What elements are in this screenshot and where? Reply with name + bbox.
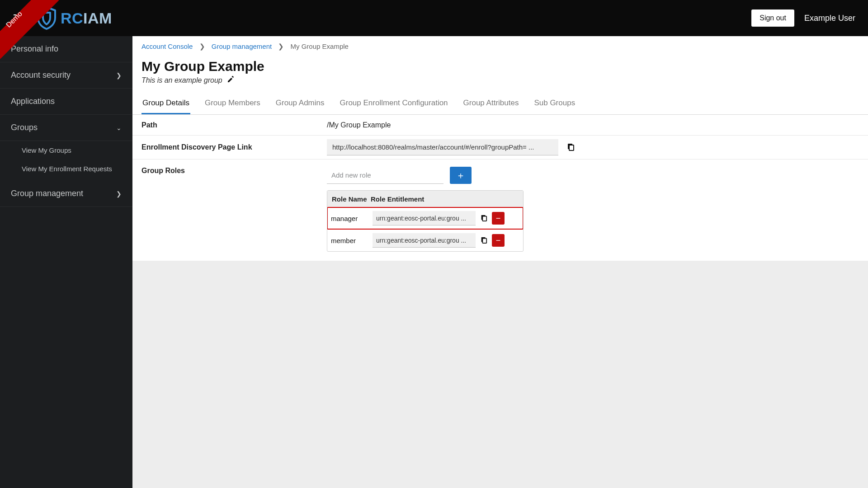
- tab-group-enrollment-config[interactable]: Group Enrollment Configuration: [339, 93, 449, 114]
- chevron-right-icon: ❯: [199, 42, 205, 50]
- sidebar-item-personal-info[interactable]: Personal info: [0, 36, 132, 62]
- chevron-right-icon: ❯: [116, 190, 122, 197]
- tab-sub-groups[interactable]: Sub Groups: [533, 93, 576, 114]
- role-name: member: [331, 237, 370, 244]
- copy-icon: [480, 237, 487, 244]
- remove-role-button[interactable]: −: [492, 234, 505, 247]
- role-name: manager: [331, 215, 370, 222]
- svg-rect-3: [482, 216, 486, 221]
- sidebar-item-group-management[interactable]: Group management ❯: [0, 181, 132, 207]
- sidebar-item-account-security[interactable]: Account security ❯: [0, 62, 132, 89]
- breadcrumb-group-management[interactable]: Group management: [212, 42, 272, 50]
- role-row: member−: [327, 229, 523, 251]
- path-label: Path: [142, 121, 327, 129]
- roles-col-name: Role Name: [332, 195, 371, 203]
- chevron-right-icon: ❯: [116, 72, 122, 79]
- svg-rect-1: [569, 145, 574, 150]
- tabs: Group Details Group Members Group Admins…: [132, 93, 868, 115]
- sidebar-item-groups[interactable]: Groups ⌄: [0, 115, 132, 141]
- minus-icon: −: [496, 214, 501, 222]
- copy-icon: [480, 215, 487, 222]
- copy-enrollment-link-button[interactable]: [565, 141, 576, 153]
- path-value: /My Group Example: [327, 121, 391, 129]
- menu-toggle-button[interactable]: [14, 14, 24, 22]
- roles-table: Role Name Role Entitlement manager−membe…: [327, 190, 524, 252]
- roles-col-entitlement: Role Entitlement: [371, 195, 519, 203]
- add-role-button[interactable]: ＋: [450, 167, 472, 184]
- shield-icon: [36, 6, 57, 30]
- brand-text: RCIAM: [61, 9, 112, 27]
- top-header: Demo RCIAM Sign out Example User: [0, 0, 868, 36]
- plus-icon: ＋: [456, 169, 465, 182]
- enrollment-link-label: Enrollment Discovery Page Link: [142, 143, 327, 151]
- copy-icon: [566, 143, 575, 151]
- tab-group-members[interactable]: Group Members: [204, 93, 261, 114]
- group-roles-label: Group Roles: [142, 167, 327, 175]
- tab-group-admins[interactable]: Group Admins: [275, 93, 326, 114]
- sidebar-sub-view-my-groups[interactable]: View My Groups: [0, 141, 132, 160]
- chevron-right-icon: ❯: [278, 42, 284, 50]
- remove-role-button[interactable]: −: [492, 212, 505, 225]
- sign-out-button[interactable]: Sign out: [751, 9, 794, 27]
- role-entitlement-input[interactable]: [373, 211, 476, 225]
- svg-rect-5: [482, 239, 486, 244]
- breadcrumb: Account Console ❯ Group management ❯ My …: [132, 36, 868, 54]
- group-details-panel: Path /My Group Example Enrollment Discov…: [132, 115, 868, 261]
- role-entitlement-input[interactable]: [373, 233, 476, 248]
- sidebar: Personal info Account security ❯ Applica…: [0, 36, 132, 488]
- tab-group-attributes[interactable]: Group Attributes: [462, 93, 520, 114]
- minus-icon: −: [496, 236, 501, 244]
- add-role-input[interactable]: [327, 167, 443, 184]
- page-description: This is an example group: [142, 76, 222, 84]
- page-title: My Group Example: [142, 59, 859, 74]
- breadcrumb-current: My Group Example: [291, 42, 349, 50]
- copy-role-entitlement-button[interactable]: [478, 235, 489, 246]
- breadcrumb-account-console[interactable]: Account Console: [142, 42, 193, 50]
- brand-logo[interactable]: RCIAM: [36, 6, 112, 30]
- enrollment-link-input[interactable]: [327, 139, 558, 155]
- tab-group-details[interactable]: Group Details: [142, 93, 190, 114]
- sidebar-sub-view-enrollment[interactable]: View My Enrollment Requests: [0, 160, 132, 181]
- chevron-down-icon: ⌄: [116, 124, 122, 131]
- sidebar-item-applications[interactable]: Applications: [0, 89, 132, 115]
- role-row: manager−: [327, 207, 523, 229]
- copy-role-entitlement-button[interactable]: [478, 213, 489, 224]
- edit-icon[interactable]: [227, 76, 234, 85]
- main-content: Account Console ❯ Group management ❯ My …: [132, 36, 868, 488]
- current-user-label: Example User: [804, 14, 855, 23]
